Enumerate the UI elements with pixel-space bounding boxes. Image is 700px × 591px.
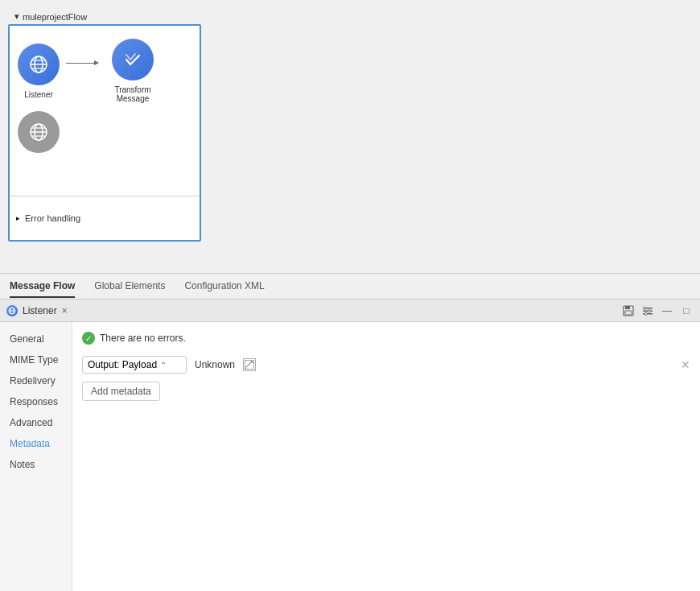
svg-rect-14 — [625, 306, 630, 309]
sidebar-item-mime-type[interactable]: MIME Type — [0, 349, 72, 370]
listener-tab-close[interactable]: × — [62, 305, 68, 316]
sidebar-item-metadata[interactable]: Metadata — [0, 433, 72, 454]
save-button[interactable] — [621, 304, 636, 318]
output-select[interactable]: Output: Payload ⌃ — [82, 356, 187, 374]
transform-node[interactable]: Transform Message — [105, 39, 161, 103]
select-chevron-icon: ⌃ — [160, 361, 167, 370]
metadata-close-icon[interactable]: ✕ — [681, 358, 690, 371]
edit-icon[interactable] — [243, 358, 256, 371]
settings-button[interactable] — [640, 304, 655, 318]
output-select-label: Output: Payload — [88, 359, 157, 370]
status-bar: ✓ There are no errors. — [82, 332, 690, 345]
left-sidebar: General MIME Type Redelivery Responses A… — [0, 322, 72, 591]
transform-label: Transform Message — [105, 85, 161, 103]
sidebar-item-redelivery[interactable]: Redelivery — [0, 370, 72, 391]
source-node[interactable] — [18, 111, 60, 153]
flow-title: ▾ muleprojectFlow — [14, 11, 87, 22]
listener-label: Listener — [24, 90, 53, 99]
source-icon — [18, 111, 60, 153]
error-expand-arrow[interactable]: ▸ — [16, 214, 20, 222]
listener-tab[interactable]: Listener × — [6, 305, 68, 316]
flow-name-label: muleprojectFlow — [23, 12, 87, 22]
nodes-row: Listener Transform Message — [10, 26, 200, 111]
canvas-area: ▾ muleprojectFlow Listener — [0, 0, 700, 274]
source-row — [10, 111, 200, 161]
add-metadata-button[interactable]: Add metadata — [82, 382, 160, 401]
tab-global-elements[interactable]: Global Elements — [94, 275, 165, 298]
bottom-panel: Message Flow Global Elements Configurati… — [0, 274, 700, 591]
status-message: There are no errors. — [100, 333, 186, 344]
metadata-row: Output: Payload ⌃ Unknown ✕ — [82, 356, 690, 374]
listener-icon — [18, 43, 60, 85]
listener-tab-label: Listener — [23, 305, 57, 316]
tabs-bar: Message Flow Global Elements Configurati… — [0, 274, 700, 300]
unknown-label: Unknown — [195, 359, 235, 370]
error-handling-section[interactable]: ▸ Error handling — [10, 196, 200, 240]
listener-node[interactable]: Listener — [18, 43, 60, 99]
flow-container: ▾ muleprojectFlow Listener — [8, 24, 201, 242]
main-content: General MIME Type Redelivery Responses A… — [0, 322, 700, 591]
status-icon: ✓ — [82, 332, 95, 345]
sidebar-item-responses[interactable]: Responses — [0, 391, 72, 412]
svg-point-19 — [644, 307, 647, 309]
listener-tab-icon — [6, 305, 18, 316]
sidebar-item-general[interactable]: General — [0, 329, 72, 349]
listener-tab-bar: Listener × — — [0, 300, 700, 322]
svg-line-23 — [246, 362, 252, 367]
sidebar-item-advanced[interactable]: Advanced — [0, 412, 72, 433]
svg-point-21 — [645, 312, 648, 315]
error-handling-label: Error handling — [25, 213, 80, 223]
svg-point-20 — [649, 309, 651, 312]
transform-icon — [112, 39, 154, 81]
tab-actions: — □ — [621, 304, 694, 318]
sidebar-item-notes[interactable]: Notes — [0, 454, 72, 475]
svg-line-25 — [245, 368, 246, 370]
right-content: ✓ There are no errors. Output: Payload ⌃… — [72, 322, 700, 591]
restore-button[interactable]: □ — [679, 304, 694, 318]
minimize-button[interactable]: — — [660, 304, 674, 318]
arrow-line — [66, 63, 98, 64]
svg-rect-15 — [625, 311, 632, 315]
tab-message-flow[interactable]: Message Flow — [10, 275, 75, 298]
flow-collapse-arrow[interactable]: ▾ — [14, 11, 19, 22]
flow-arrow — [60, 63, 105, 80]
tab-configuration-xml[interactable]: Configuration XML — [184, 275, 264, 298]
